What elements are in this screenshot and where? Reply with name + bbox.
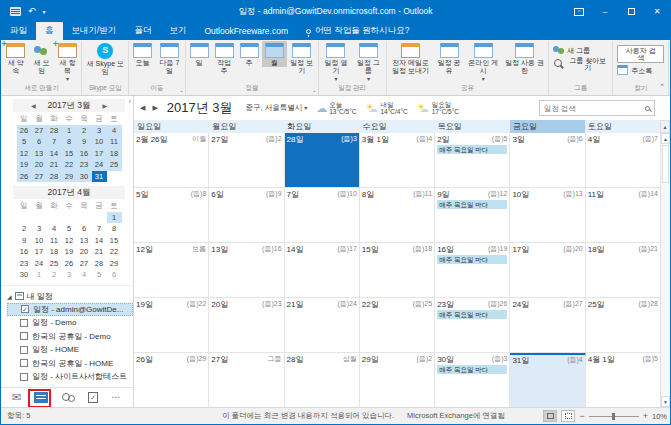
day-cell[interactable]: 5일(음)8 [134,188,209,242]
mini-day-cell[interactable]: 1 [32,269,47,281]
zoom-slider[interactable] [589,416,639,417]
next-month-icon[interactable]: ▶ [151,104,158,112]
scroll-up-icon[interactable]: ▲ [661,133,670,144]
ribbon-button-그룹 찾아보기[interactable]: 그룹 찾아보기 [550,56,611,72]
mini-day-cell[interactable]: 21 [47,159,62,171]
day-cell[interactable]: 16일(음)19매주 목요일 마다 [435,243,510,297]
mini-day-cell[interactable]: 14 [47,148,62,160]
day-cell[interactable]: 26일(음)29 [134,353,209,407]
calendar-list-item[interactable]: 일정 - 사이트사서함테스트 [7,370,133,384]
event-bar[interactable]: 매주 목요일 마다 [437,365,507,374]
day-cell[interactable]: 10일(음)13 [510,188,585,242]
mini-day-cell[interactable]: 29 [62,171,77,183]
day-cell[interactable]: 3일(음)6 [510,133,585,187]
ribbon-button-주[interactable]: 주 [237,41,262,67]
calendar-list-item[interactable]: 일정 - Demo [7,316,133,330]
mini-day-cell[interactable]: 23 [17,258,32,270]
mini-day-cell[interactable]: 2 [17,223,32,235]
day-cell[interactable]: 14일(음)17 [285,243,360,297]
mini-day-cell[interactable]: 22 [107,246,122,258]
day-cell[interactable]: 12일보름 [134,243,209,297]
mini-day-cell[interactable]: 26 [17,125,32,137]
zoom-slider-thumb[interactable] [612,413,615,420]
mini-day-cell[interactable]: 7 [92,223,107,235]
search-icon[interactable] [645,106,650,111]
mini-day-cell[interactable]: 2 [77,125,92,137]
mini-day-cell[interactable]: 3 [32,223,47,235]
mini-day-cell[interactable]: 24 [92,159,107,171]
event-bar[interactable]: 매주 목요일 마다 [437,310,507,319]
ribbon-button-월[interactable]: 월 [262,41,287,67]
day-cell[interactable]: 22일(음)25 [360,298,435,352]
search-input[interactable] [544,104,645,113]
mini-day-cell[interactable]: 31 [92,171,107,183]
mini-day-cell[interactable] [32,212,47,224]
day-cell[interactable]: 29일(음)2 [360,353,435,407]
mini-day-cell[interactable]: 1 [107,212,122,224]
mini-day-cell[interactable]: 5 [62,223,77,235]
scroll-down-icon[interactable]: ▼ [661,396,670,407]
mini-day-cell[interactable]: 11 [47,235,62,247]
day-cell[interactable]: 30일(음)3매주 목요일 마다 [435,353,510,407]
ribbon-button-일정 사용 권한[interactable]: 일정 사용 권한 [502,41,547,76]
mini-day-cell[interactable] [62,212,77,224]
next-month-icon[interactable]: ▶ [103,102,108,109]
day-cell[interactable]: 28일(음)3 [285,133,360,187]
day-cell[interactable]: 2일(음)5매주 목요일 마다 [435,133,510,187]
day-cell[interactable]: 13일(음)16 [209,243,284,297]
day-cell[interactable]: 4월 1일(음)5 [586,353,660,407]
ribbon-button-사용자 검색[interactable]: 사용자 검색 [614,44,667,64]
dialog-launcher-icon[interactable]: ⌄ [179,87,184,93]
mini-day-cell[interactable]: 17 [92,148,107,160]
mini-day-cell[interactable] [47,212,62,224]
day-cell[interactable]: 11일(음)14 [586,188,660,242]
ribbon-button-새 모임[interactable]: 새 모임 [29,41,55,76]
mini-day-cell[interactable]: 9 [77,136,92,148]
mini-day-cell[interactable]: 19 [62,246,77,258]
mini-day-cell[interactable]: 15 [62,148,77,160]
ribbon-button-일[interactable]: 일 [187,41,212,67]
customize-quick-access-icon[interactable]: ▾ [43,9,46,15]
undo-icon[interactable]: ↶ [28,7,36,16]
mini-day-cell[interactable]: 18 [107,148,122,160]
tell-me-box[interactable]: 어떤 작업을 원하시나요? [297,22,418,40]
mini-day-cell[interactable]: 30 [17,269,32,281]
close-icon[interactable]: ✕ [644,1,670,22]
mini-day-cell[interactable]: 28 [47,125,62,137]
month-title[interactable]: 2017년 3월 [167,99,233,117]
day-cell[interactable]: 20일(음)23 [209,298,284,352]
mini-day-cell[interactable]: 5 [17,136,32,148]
day-cell[interactable]: 2월 26일이월 [134,133,209,187]
mini-day-cell[interactable]: 10 [32,235,47,247]
mini-day-cell[interactable] [17,212,32,224]
day-cell[interactable]: 4일(음)7 [586,133,660,187]
mini-day-cell[interactable]: 5 [92,269,107,281]
mini-day-cell[interactable]: 27 [32,171,47,183]
ribbon-button-온라인 게시[interactable]: 온라인 게시▾ [465,41,502,82]
mail-icon[interactable]: ✉ [12,392,21,403]
day-cell[interactable]: 17일(음)20 [510,243,585,297]
mini-day-cell[interactable]: 12 [62,235,77,247]
mini-day-cell[interactable]: 19 [17,159,32,171]
day-cell[interactable]: 19일(음)22 [134,298,209,352]
ribbon-button-일정 공유[interactable]: 일정 공유 [434,41,465,76]
tab-파일[interactable]: 파일 [1,22,36,40]
dialog-launcher-icon[interactable]: ⌄ [312,87,317,93]
ribbon-button-새 약속[interactable]: 새 약속 [3,41,29,76]
calendar-list-item[interactable]: ✓일정 - admin@GowitDe... [7,303,133,317]
mini-day-cell[interactable]: 1 [62,125,77,137]
scroll-up-icon[interactable]: ▲ [660,120,670,133]
ribbon-button-오늘[interactable]: 오늘 [130,41,155,67]
mini-day-cell[interactable]: 16 [17,246,32,258]
mini-day-cell[interactable]: 9 [17,235,32,247]
day-cell[interactable]: 23일(음)26매주 목요일 마다 [435,298,510,352]
mini-day-cell[interactable]: 25 [47,258,62,270]
tab-폴더[interactable]: 폴더 [125,22,160,40]
mini-day-cell[interactable]: 30 [77,171,92,183]
ribbon-button-일정 그룹[interactable]: 일정 그룹▾ [352,41,384,82]
mini-day-cell[interactable]: 10 [92,136,107,148]
mini-day-cell[interactable]: 26 [62,258,77,270]
tab-OutlookFreeware.com[interactable]: OutlookFreeware.com [195,22,297,40]
scrollbar-thumb[interactable] [662,145,669,183]
ribbon-button-일정 보기[interactable]: 일정 보기 [287,41,317,76]
